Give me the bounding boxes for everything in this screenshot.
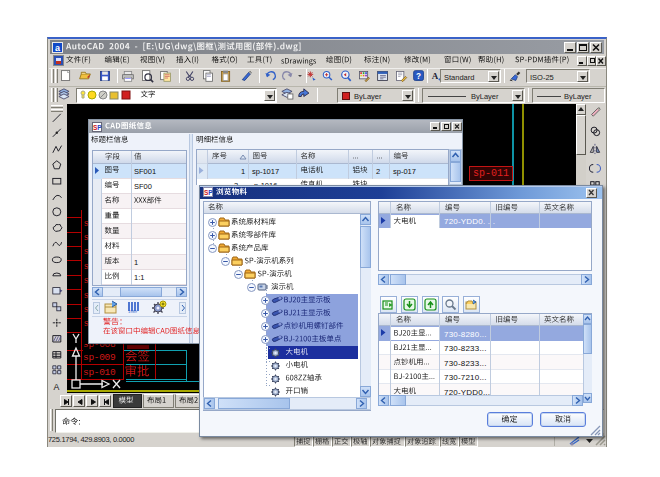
- svg-text:1989: 1989: [128, 309, 138, 314]
- svg-text:A: A: [54, 382, 60, 392]
- svg-text:A: A: [432, 71, 439, 81]
- svg-text:?: ?: [416, 72, 421, 81]
